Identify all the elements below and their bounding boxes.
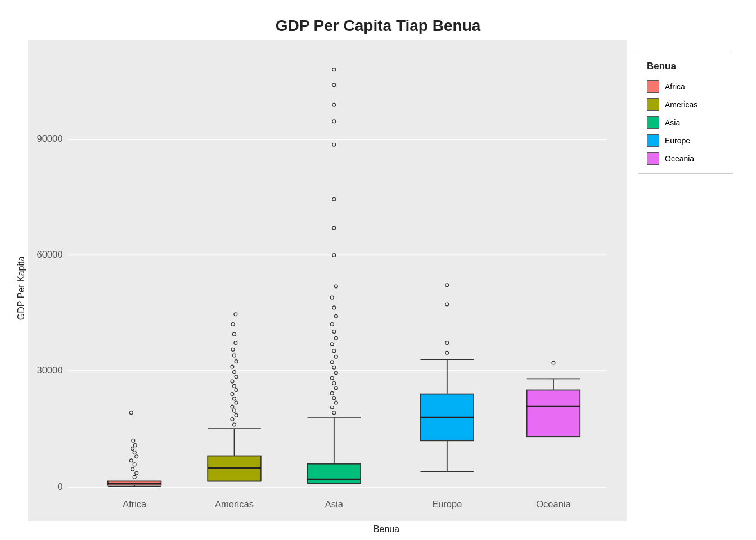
y-axis-label: GDP Per Kapita — [11, 40, 28, 536]
legend: Benua Africa Americas Asia — [638, 52, 734, 174]
chart-area-wrap: 0 30000 60000 90000 Africa Americas Asia… — [28, 40, 745, 536]
svg-rect-58 — [308, 464, 361, 483]
legend-color-americas — [647, 98, 659, 111]
legend-color-europe — [647, 134, 659, 147]
legend-label-europe: Europe — [665, 136, 690, 145]
legend-item-americas: Americas — [647, 98, 724, 111]
plot-svg: 0 30000 60000 90000 Africa Americas Asia… — [28, 40, 627, 521]
legend-label-asia: Asia — [665, 118, 680, 127]
legend-item-asia: Asia — [647, 116, 724, 129]
legend-item-europe: Europe — [647, 134, 724, 147]
svg-rect-101 — [527, 390, 580, 436]
chart-title: GDP Per Capita Tiap Benua — [276, 17, 481, 35]
legend-title: Benua — [647, 61, 724, 72]
legend-label-oceania: Oceania — [665, 154, 694, 163]
svg-text:90000: 90000 — [37, 134, 62, 145]
plot-and-legend: 0 30000 60000 90000 Africa Americas Asia… — [28, 40, 745, 521]
chart-body: GDP Per Kapita — [11, 40, 745, 536]
svg-text:30000: 30000 — [37, 365, 62, 376]
legend-color-africa — [647, 80, 659, 93]
legend-item-oceania: Oceania — [647, 152, 724, 165]
legend-color-asia — [647, 116, 659, 129]
svg-rect-16 — [108, 481, 161, 485]
svg-rect-0 — [28, 42, 627, 520]
svg-text:Asia: Asia — [325, 499, 344, 510]
svg-text:0: 0 — [57, 482, 62, 492]
legend-item-africa: Africa — [647, 80, 724, 93]
svg-text:Oceania: Oceania — [536, 499, 571, 510]
svg-text:Americas: Americas — [215, 499, 254, 510]
x-axis-label: Benua — [28, 521, 745, 536]
svg-text:60000: 60000 — [37, 249, 62, 260]
plot-area: 0 30000 60000 90000 Africa Americas Asia… — [28, 40, 627, 521]
svg-text:Europe: Europe — [432, 499, 462, 510]
legend-label-africa: Africa — [665, 82, 685, 91]
svg-text:Africa: Africa — [123, 499, 147, 510]
legend-label-americas: Americas — [665, 100, 698, 109]
chart-container: GDP Per Capita Tiap Benua GDP Per Kapita — [0, 0, 756, 540]
legend-color-oceania — [647, 152, 659, 165]
